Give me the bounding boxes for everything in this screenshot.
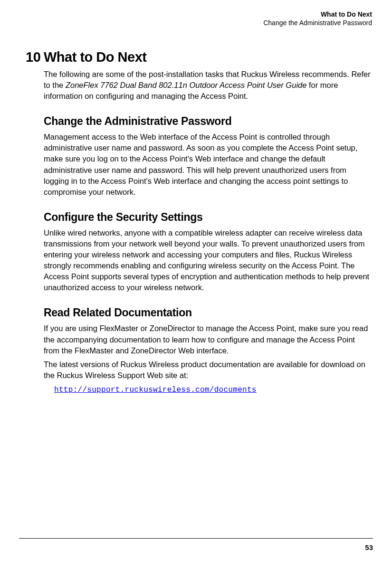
page-footer: 53: [19, 538, 373, 552]
section-paragraph: The latest versions of Ruckus Wireless p…: [44, 359, 372, 381]
chapter-intro: The following are some of the post-insta…: [44, 69, 372, 102]
chapter-title: What to Do Next: [44, 49, 146, 65]
chapter-heading: 10 What to Do Next: [26, 49, 372, 65]
header-subtitle: Change the Administrative Password: [19, 19, 372, 27]
page-number: 53: [365, 543, 373, 551]
support-link[interactable]: http://support.ruckuswireless.com/docume…: [54, 386, 257, 394]
section-body: Management access to the Web interface o…: [44, 132, 372, 198]
section-change-password: Change the Administrative Password Manag…: [44, 115, 372, 198]
section-title: Read Related Documentation: [44, 306, 372, 319]
section-body: Unlike wired networks, anyone with a com…: [44, 228, 372, 294]
intro-doc-ref: ZoneFlex 7762 Dual Band 802.11n Outdoor …: [66, 81, 307, 89]
running-header: What to Do Next Change the Administrativ…: [19, 10, 373, 27]
section-related-docs: Read Related Documentation If you are us…: [44, 306, 372, 395]
section-title: Configure the Security Settings: [44, 211, 372, 224]
section-paragraph: If you are using FlexMaster or ZoneDirec…: [44, 323, 372, 356]
section-title: Change the Administrative Password: [44, 115, 372, 128]
header-title: What to Do Next: [19, 10, 372, 18]
section-configure-security: Configure the Security Settings Unlike w…: [44, 211, 372, 294]
chapter-number: 10: [26, 49, 44, 65]
